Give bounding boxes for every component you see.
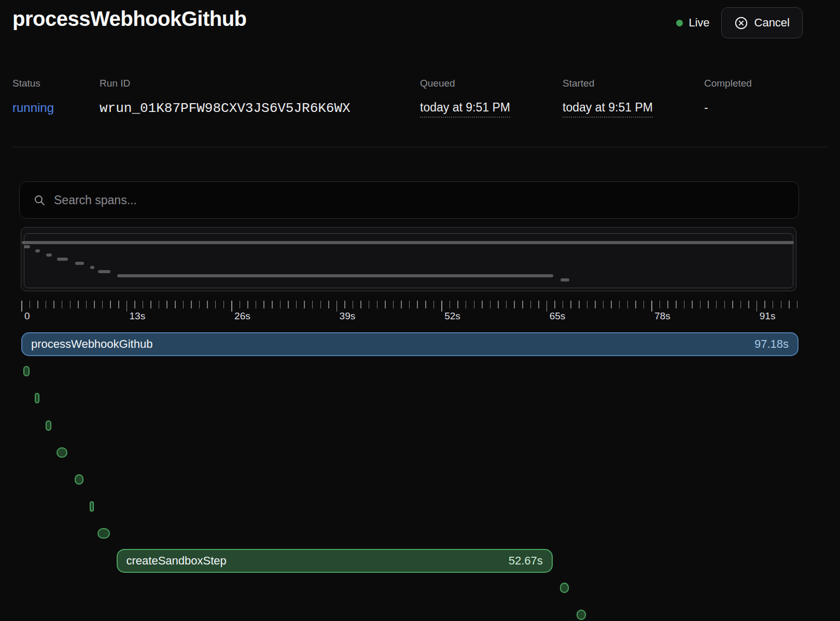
ruler-minor-tick <box>773 301 774 308</box>
ruler-minor-tick <box>684 301 685 308</box>
ruler-minor-tick <box>490 301 491 308</box>
ruler-minor-tick <box>401 301 402 308</box>
ruler-minor-tick <box>789 301 790 308</box>
status-label: Status <box>12 78 54 89</box>
minimap-span <box>35 249 40 252</box>
trace-span-chip[interactable] <box>23 366 30 376</box>
ruler-minor-tick <box>587 301 588 308</box>
trace-span-bar[interactable]: createSandboxStep52.67s <box>117 549 553 573</box>
ruler-minor-tick <box>312 301 313 308</box>
run-id-label: Run ID <box>100 78 351 89</box>
trace-minimap[interactable] <box>21 227 796 291</box>
trace-span-chip[interactable] <box>97 528 110 539</box>
span-duration: 52.67s <box>509 554 543 568</box>
ruler-minor-tick <box>263 301 264 308</box>
ruler-minor-tick <box>700 301 701 308</box>
page-title: processWebhookGithub <box>12 7 247 31</box>
ruler-major-tick <box>127 301 128 312</box>
ruler-minor-tick <box>474 301 475 308</box>
ruler-minor-tick <box>150 301 151 308</box>
cancel-run-button[interactable]: Cancel <box>721 7 803 38</box>
ruler-minor-tick <box>611 301 612 308</box>
ruler-minor-tick <box>692 301 693 308</box>
ruler-minor-tick <box>748 301 749 308</box>
ruler-tick-label: 52s <box>444 310 460 322</box>
header-divider <box>12 147 828 147</box>
ruler-major-tick <box>21 301 22 312</box>
ruler-minor-tick <box>118 301 119 308</box>
trace-span-chip[interactable] <box>90 501 94 512</box>
ruler-minor-tick <box>280 301 281 308</box>
trace-span-bar[interactable]: processWebhookGithub97.18s <box>21 332 799 356</box>
completed-column: Completed - <box>704 78 752 115</box>
ruler-minor-tick <box>563 301 564 308</box>
trace-span-chip[interactable] <box>577 610 586 620</box>
minimap-span <box>22 241 794 244</box>
live-status-dot <box>676 20 683 26</box>
minimap-span <box>98 270 110 273</box>
ruler-minor-tick <box>627 301 628 308</box>
ruler-minor-tick <box>86 301 87 308</box>
ruler-minor-tick <box>667 301 668 308</box>
ruler-minor-tick <box>425 301 426 308</box>
ruler-minor-tick <box>538 301 539 308</box>
span-duration: 97.18s <box>754 337 789 351</box>
ruler-minor-tick <box>595 301 596 308</box>
ruler-minor-tick <box>247 301 248 308</box>
ruler-minor-tick <box>70 301 71 308</box>
ruler-minor-tick <box>256 301 257 308</box>
trace-span-chip[interactable] <box>35 393 39 403</box>
completed-value: - <box>704 101 752 115</box>
search-spans-box[interactable] <box>19 181 799 219</box>
ruler-minor-tick <box>240 301 241 308</box>
ruler-minor-tick <box>223 301 225 308</box>
ruler-minor-tick <box>579 301 580 308</box>
ruler-minor-tick <box>797 301 798 308</box>
ruler-minor-tick <box>409 301 410 308</box>
queued-label: Queued <box>420 78 510 89</box>
ruler-minor-tick <box>78 301 79 308</box>
ruler-minor-tick <box>554 301 555 308</box>
ruler-tick-label: 78s <box>654 310 670 322</box>
ruler-minor-tick <box>166 301 167 308</box>
minimap-span <box>117 274 553 277</box>
minimap-span <box>57 258 68 261</box>
ruler-minor-tick <box>62 301 63 308</box>
status-value: running <box>12 101 54 115</box>
ruler-minor-tick <box>676 301 677 308</box>
ruler-minor-tick <box>498 301 499 308</box>
ruler-minor-tick <box>320 301 321 308</box>
ruler-minor-tick <box>272 301 273 308</box>
ruler-minor-tick <box>159 301 160 308</box>
ruler-minor-tick <box>570 301 571 308</box>
ruler-minor-tick <box>708 301 709 308</box>
ruler-tick-label: 91s <box>760 310 776 322</box>
queued-timestamp[interactable]: today at 9:51 PM <box>420 101 510 118</box>
ruler-minor-tick <box>37 301 38 308</box>
ruler-minor-tick <box>385 301 386 308</box>
trace-span-chip[interactable] <box>560 583 569 593</box>
ruler-minor-tick <box>30 301 31 308</box>
ruler-minor-tick <box>175 301 176 308</box>
ruler-minor-tick <box>296 301 297 308</box>
ruler-minor-tick <box>353 301 354 308</box>
search-icon <box>33 194 46 206</box>
span-name: createSandboxStep <box>127 554 227 568</box>
ruler-minor-tick <box>457 301 458 308</box>
ruler-minor-tick <box>764 301 765 308</box>
search-spans-input[interactable] <box>54 193 785 207</box>
started-label: Started <box>563 78 653 89</box>
ruler-minor-tick <box>635 301 636 308</box>
trace-span-chip[interactable] <box>57 447 67 458</box>
ruler-minor-tick <box>740 301 741 308</box>
live-indicator: Live <box>676 16 709 30</box>
started-timestamp[interactable]: today at 9:51 PM <box>563 101 653 118</box>
trace-span-chip[interactable] <box>46 420 51 431</box>
trace-span-chip[interactable] <box>75 474 83 485</box>
ruler-minor-tick <box>716 301 717 308</box>
completed-label: Completed <box>704 78 752 89</box>
ruler-minor-tick <box>53 301 54 308</box>
minimap-span <box>75 262 84 265</box>
minimap-span <box>90 266 94 269</box>
live-label: Live <box>689 16 709 30</box>
